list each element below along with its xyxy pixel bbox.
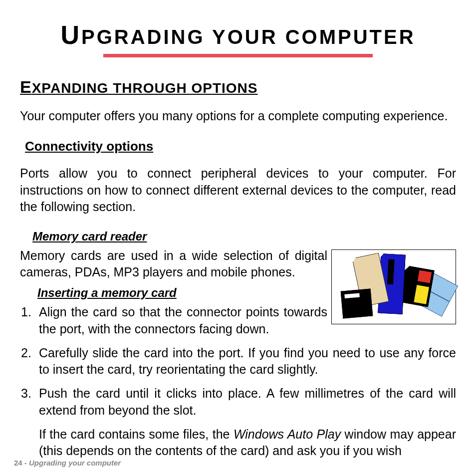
connectivity-body: Ports allow you to connect peripheral de… [20,165,456,216]
title-underline [103,54,373,57]
list-item: Push the card until it clicks into place… [20,385,456,460]
page-title: UPGRADING YOUR COMPUTER [20,20,456,50]
insert-steps-list: Align the card so that the connector poi… [20,304,456,460]
step-3-text: Push the card until it clicks into place… [39,386,456,417]
followup-italic: Windows Auto Play [234,427,341,441]
connectivity-heading: Connectivity options [25,139,456,154]
memory-card-reader-heading: Memory card reader [32,230,456,243]
section-expanding-heading: EXPANDING THROUGH OPTIONS [20,77,456,97]
step-3-followup: If the card contains some files, the Win… [39,426,456,460]
expanding-body: Your computer offers you many options fo… [20,108,456,125]
title-dropcap: U [60,20,81,49]
footer-sep: - [22,459,29,467]
footer-chapter: Upgrading your computer [29,459,121,467]
list-item: Align the card so that the connector poi… [20,304,456,338]
memory-section: Memory card reader Memory cards are used… [20,230,456,460]
section-dropcap: E [20,77,32,96]
list-item: Carefully slide the card into the port. … [20,345,456,379]
section-heading-rest: XPANDING THROUGH OPTIONS [32,80,258,96]
page-footer: 24 - Upgrading your computer [14,459,121,467]
followup-pre: If the card contains some files, the [39,427,234,441]
title-rest: PGRADING YOUR COMPUTER [81,26,416,48]
page-number: 24 [14,459,22,467]
